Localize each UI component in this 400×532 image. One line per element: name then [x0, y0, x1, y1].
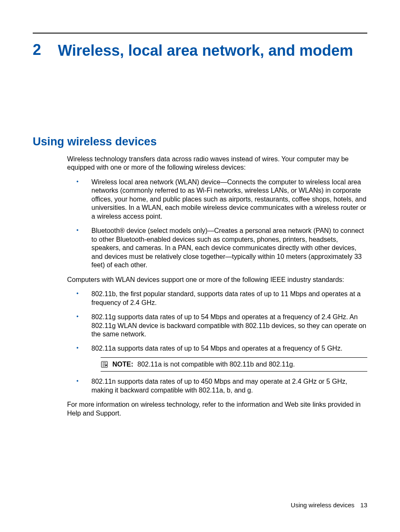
section-title: Using wireless devices: [33, 135, 367, 148]
note-icon: [101, 361, 108, 368]
standards-list: 802.11b, the first popular standard, sup…: [67, 290, 367, 395]
list-item: 802.11a supports data rates of up to 54 …: [67, 344, 367, 372]
chapter-title: Wireless, local area network, and modem: [58, 41, 353, 60]
chapter-heading: 2 Wireless, local area network, and mode…: [33, 41, 367, 60]
standards-intro: Computers with WLAN devices support one …: [67, 276, 367, 284]
note-text: 802.11a is not compatible with 802.11b a…: [138, 361, 295, 368]
list-item: 802.11g supports data rates of up to 54 …: [67, 313, 367, 338]
list-item: Wireless local area network (WLAN) devic…: [67, 178, 367, 221]
chapter-divider: [33, 33, 367, 34]
document-page: 2 Wireless, local area network, and mode…: [0, 0, 400, 532]
note-content: NOTE:802.11a is not compatible with 802.…: [112, 360, 295, 369]
page-footer: Using wireless devices13: [291, 501, 367, 509]
device-list: Wireless local area network (WLAN) devic…: [67, 178, 367, 270]
list-item: 802.11b, the first popular standard, sup…: [67, 290, 367, 307]
chapter-number: 2: [33, 41, 44, 58]
intro-paragraph: Wireless technology transfers data acros…: [67, 155, 367, 172]
footer-section-label: Using wireless devices: [291, 501, 355, 509]
outro-paragraph: For more information on wireless technol…: [67, 400, 367, 418]
list-item: Bluetooth® device (select models only)—C…: [67, 227, 367, 269]
list-item: 802.11n supports data rates of up to 450…: [67, 377, 367, 395]
note-label: NOTE:: [112, 361, 133, 368]
list-item-text: 802.11a supports data rates of up to 54 …: [91, 345, 343, 352]
section-body: Wireless technology transfers data acros…: [67, 155, 367, 418]
note-box: NOTE:802.11a is not compatible with 802.…: [101, 357, 367, 372]
footer-page-number: 13: [360, 501, 367, 509]
